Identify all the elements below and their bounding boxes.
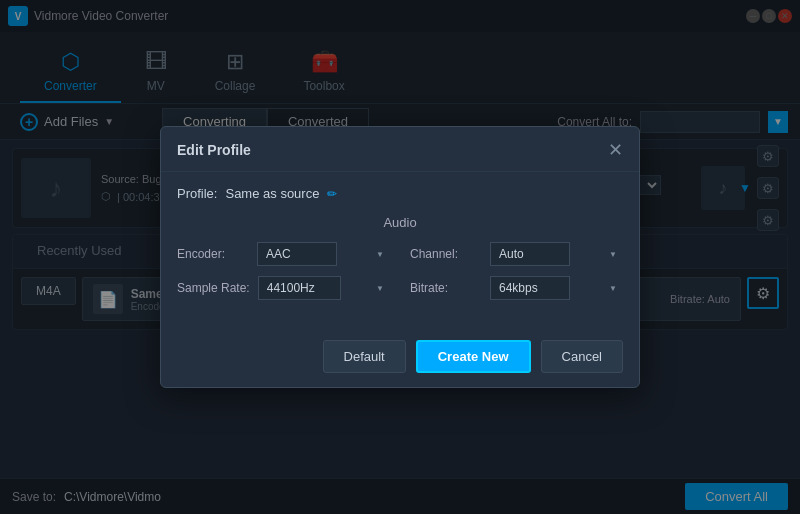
modal-title: Edit Profile: [177, 142, 251, 158]
modal-body: Profile: Same as source ✏ Audio Encoder:…: [161, 172, 639, 330]
profile-edit-icon[interactable]: ✏: [327, 187, 337, 201]
sample-rate-label: Sample Rate:: [177, 281, 250, 295]
create-new-button[interactable]: Create New: [416, 340, 531, 373]
modal-overlay: Edit Profile ✕ Profile: Same as source ✏…: [0, 0, 800, 514]
bitrate-label: Bitrate:: [410, 281, 482, 295]
modal-header: Edit Profile ✕: [161, 127, 639, 172]
encoder-row: Encoder: AAC MP3 OGG WMA: [177, 242, 390, 266]
default-button[interactable]: Default: [323, 340, 406, 373]
sample-rate-row: Sample Rate: 44100Hz 22050Hz 11025Hz 800…: [177, 276, 390, 300]
encoder-select-wrapper: AAC MP3 OGG WMA: [257, 242, 390, 266]
channel-row: Channel: Auto Mono Stereo: [410, 242, 623, 266]
sample-rate-select-wrapper: 44100Hz 22050Hz 11025Hz 8000Hz: [258, 276, 390, 300]
profile-value: Same as source: [225, 186, 319, 201]
channel-select-wrapper: Auto Mono Stereo: [490, 242, 623, 266]
encoder-label: Encoder:: [177, 247, 249, 261]
modal-footer: Default Create New Cancel: [161, 330, 639, 387]
audio-section-title: Audio: [177, 215, 623, 230]
bitrate-select-wrapper: 64kbps 128kbps 192kbps 256kbps 320kbps: [490, 276, 623, 300]
profile-row: Profile: Same as source ✏: [177, 186, 623, 201]
bitrate-select[interactable]: 64kbps 128kbps 192kbps 256kbps 320kbps: [490, 276, 570, 300]
channel-select[interactable]: Auto Mono Stereo: [490, 242, 570, 266]
encoder-select[interactable]: AAC MP3 OGG WMA: [257, 242, 337, 266]
modal-close-button[interactable]: ✕: [608, 139, 623, 161]
edit-profile-modal: Edit Profile ✕ Profile: Same as source ✏…: [160, 126, 640, 388]
cancel-button[interactable]: Cancel: [541, 340, 623, 373]
bitrate-row: Bitrate: 64kbps 128kbps 192kbps 256kbps …: [410, 276, 623, 300]
profile-label: Profile:: [177, 186, 217, 201]
sample-rate-select[interactable]: 44100Hz 22050Hz 11025Hz 8000Hz: [258, 276, 341, 300]
channel-label: Channel:: [410, 247, 482, 261]
audio-form-grid: Encoder: AAC MP3 OGG WMA Channel:: [177, 242, 623, 300]
